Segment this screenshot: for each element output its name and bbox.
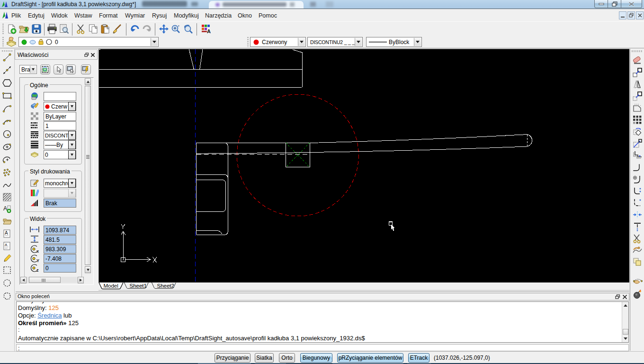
- svg-text:z: z: [36, 268, 39, 273]
- svg-text:Model: Model: [104, 283, 118, 289]
- svg-text:A: A: [5, 230, 8, 236]
- svg-text:x: x: [36, 249, 39, 254]
- svg-text:Sheet2: Sheet2: [157, 283, 174, 289]
- svg-text:Sheet1: Sheet1: [130, 283, 147, 289]
- svg-text:Y: Y: [36, 258, 39, 263]
- svg-text:A: A: [3, 205, 7, 212]
- svg-text:A: A: [5, 243, 8, 247]
- svg-text:A: A: [207, 28, 211, 34]
